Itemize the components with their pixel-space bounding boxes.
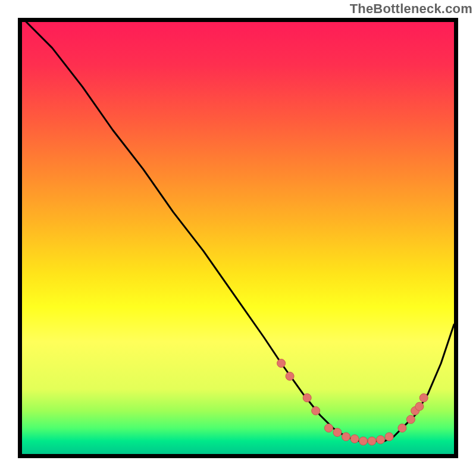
data-point: [325, 424, 333, 432]
curve-line: [22, 22, 454, 441]
data-point: [342, 433, 350, 441]
data-point: [359, 437, 368, 445]
data-point: [312, 406, 320, 415]
watermark-text: TheBottleneck.com: [350, 1, 472, 17]
data-point: [385, 433, 393, 441]
data-point: [277, 359, 286, 368]
chart-svg-layer: [22, 22, 454, 454]
data-point: [406, 415, 415, 424]
data-point: [286, 372, 294, 380]
data-point: [333, 428, 342, 437]
data-point: [350, 435, 359, 443]
data-point: [303, 394, 311, 402]
chart-root: TheBottleneck.com: [0, 0, 476, 476]
data-point: [398, 424, 406, 432]
chart-background-frame: [18, 18, 458, 458]
data-point: [377, 436, 385, 444]
data-point: [415, 402, 424, 411]
data-point: [419, 394, 428, 402]
data-point: [368, 437, 376, 445]
